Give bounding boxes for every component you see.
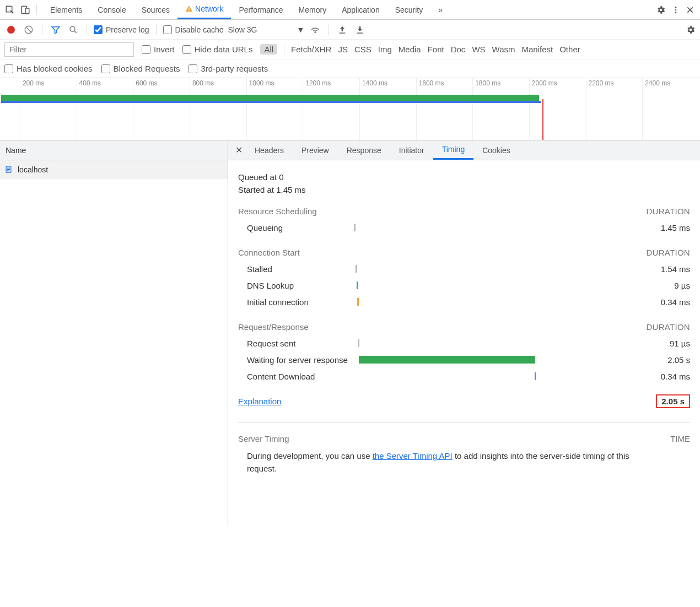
chip-wasm[interactable]: Wasm <box>492 45 515 54</box>
tab-performance[interactable]: Performance <box>231 0 290 19</box>
timing-metric-row: Request sent 91 µs <box>238 335 690 351</box>
metric-label: Stalled <box>238 264 354 274</box>
type-filter-chips: All Fetch/XHR JS CSS Img Media Font Doc … <box>260 44 580 55</box>
chip-fetchxhr[interactable]: Fetch/XHR <box>291 45 331 54</box>
chip-manifest[interactable]: Manifest <box>522 45 553 54</box>
chip-other[interactable]: Other <box>559 45 580 54</box>
preserve-log-input[interactable] <box>94 25 103 34</box>
metric-value: 1.45 ms <box>629 223 690 232</box>
detail-close-icon[interactable]: ✕ <box>231 145 246 155</box>
chip-media[interactable]: Media <box>399 45 421 54</box>
filter-row: Invert Hide data URLs All Fetch/XHR JS C… <box>0 40 700 59</box>
dtab-initiator[interactable]: Initiator <box>390 140 433 160</box>
section-title: Request/Response <box>238 322 309 332</box>
inspect-icon[interactable] <box>2 2 18 18</box>
kebab-icon[interactable] <box>671 5 680 15</box>
timing-metric-row: Waiting for server response 2.05 s <box>238 351 690 368</box>
metric-label: Content Download <box>238 372 354 381</box>
request-list-header[interactable]: Name <box>0 140 228 160</box>
svg-point-5 <box>675 7 677 8</box>
main-split: Name localhost ✕ Headers Preview Respons… <box>0 140 700 526</box>
request-row[interactable]: localhost <box>0 160 228 179</box>
chip-font[interactable]: Font <box>428 45 444 54</box>
throttling-select[interactable]: Slow 3G ▼ <box>228 25 305 34</box>
disable-cache-label: Disable cache <box>175 25 224 34</box>
dtab-timing[interactable]: Timing <box>433 140 474 160</box>
svg-rect-4 <box>189 10 190 10</box>
svg-point-6 <box>675 9 677 10</box>
explanation-link[interactable]: Explanation <box>238 397 281 406</box>
upload-icon[interactable] <box>336 23 349 36</box>
chip-all[interactable]: All <box>260 44 277 55</box>
timing-metric-row: DNS Lookup 9 µs <box>238 277 690 294</box>
metric-value: 0.34 ms <box>629 372 690 381</box>
preserve-log-checkbox[interactable]: Preserve log <box>94 25 149 34</box>
filter-row-2: Has blocked cookies Blocked Requests 3rd… <box>0 59 700 78</box>
close-icon[interactable] <box>686 6 694 14</box>
tab-overflow[interactable]: » <box>430 0 450 19</box>
throttling-value: Slow 3G <box>228 25 257 34</box>
chevron-down-icon: ▼ <box>297 25 304 34</box>
record-icon[interactable] <box>4 23 18 36</box>
tab-security[interactable]: Security <box>387 0 431 19</box>
search-icon[interactable] <box>67 23 80 36</box>
tab-elements[interactable]: Elements <box>42 0 90 19</box>
disable-cache-input[interactable] <box>163 25 172 34</box>
svg-rect-3 <box>189 8 190 10</box>
metric-value: 2.05 s <box>629 355 690 365</box>
svg-rect-2 <box>25 8 29 14</box>
detail-tabs: ✕ Headers Preview Response Initiator Tim… <box>228 140 700 160</box>
hide-data-urls-checkbox[interactable]: Hide data URLs <box>182 45 253 54</box>
chip-ws[interactable]: WS <box>472 45 485 54</box>
chip-css[interactable]: CSS <box>354 45 371 54</box>
server-timing-time-header: TIME <box>670 434 690 443</box>
chip-js[interactable]: JS <box>338 45 348 54</box>
filter-input[interactable] <box>4 42 134 57</box>
clear-icon[interactable] <box>22 23 35 36</box>
third-party-checkbox[interactable]: 3rd-party requests <box>189 64 268 73</box>
download-icon[interactable] <box>353 23 367 36</box>
server-timing-title: Server Timing <box>238 434 289 443</box>
filter-icon[interactable] <box>49 23 62 36</box>
timing-metric-row: Content Download 0.34 ms <box>238 368 690 384</box>
tab-application[interactable]: Application <box>334 0 387 19</box>
tab-console[interactable]: Console <box>90 0 133 19</box>
section-title: Resource Scheduling <box>238 207 317 216</box>
metric-value: 1.54 ms <box>629 264 690 274</box>
tab-network[interactable]: Network <box>177 0 231 19</box>
chip-doc[interactable]: Doc <box>451 45 466 54</box>
device-toggle-icon[interactable] <box>18 2 33 18</box>
metric-label: Request sent <box>238 339 354 348</box>
metric-label: Waiting for server response <box>238 355 354 365</box>
tab-sources[interactable]: Sources <box>134 0 177 19</box>
gear-icon[interactable] <box>686 25 696 35</box>
dtab-cookies[interactable]: Cookies <box>473 140 519 160</box>
chip-img[interactable]: Img <box>378 45 392 54</box>
invert-checkbox[interactable]: Invert <box>142 45 175 54</box>
gear-icon[interactable] <box>656 5 666 15</box>
tab-network-label: Network <box>195 4 223 13</box>
dtab-response[interactable]: Response <box>338 140 390 160</box>
blocked-requests-checkbox[interactable]: Blocked Requests <box>101 64 180 73</box>
dtab-headers[interactable]: Headers <box>246 140 293 160</box>
tab-memory[interactable]: Memory <box>291 0 335 19</box>
server-timing-api-link[interactable]: the Server Timing API <box>373 451 453 460</box>
metric-label: Queueing <box>238 223 354 232</box>
disable-cache-checkbox[interactable]: Disable cache <box>163 25 224 34</box>
blocked-cookies-checkbox[interactable]: Has blocked cookies <box>4 64 93 73</box>
dtab-preview[interactable]: Preview <box>293 140 338 160</box>
request-name: localhost <box>18 165 48 174</box>
preserve-log-label: Preserve log <box>106 25 149 34</box>
svg-point-8 <box>7 26 15 34</box>
network-toolbar: Preserve log Disable cache Slow 3G ▼ <box>0 20 700 40</box>
timeline-overview[interactable]: 200 ms400 ms600 ms800 ms1000 ms1200 ms14… <box>0 78 700 140</box>
server-timing-section: Server Timing TIME During development, y… <box>238 434 690 475</box>
svg-point-11 <box>315 31 316 32</box>
network-conditions-icon[interactable] <box>309 23 322 36</box>
metric-value: 0.34 ms <box>629 297 690 307</box>
svg-point-10 <box>70 26 75 31</box>
timing-panel: Queued at 0 Started at 1.45 ms Resource … <box>228 160 700 491</box>
request-list: Name localhost <box>0 140 228 526</box>
section-title: Connection Start <box>238 248 300 257</box>
document-icon <box>4 165 13 174</box>
